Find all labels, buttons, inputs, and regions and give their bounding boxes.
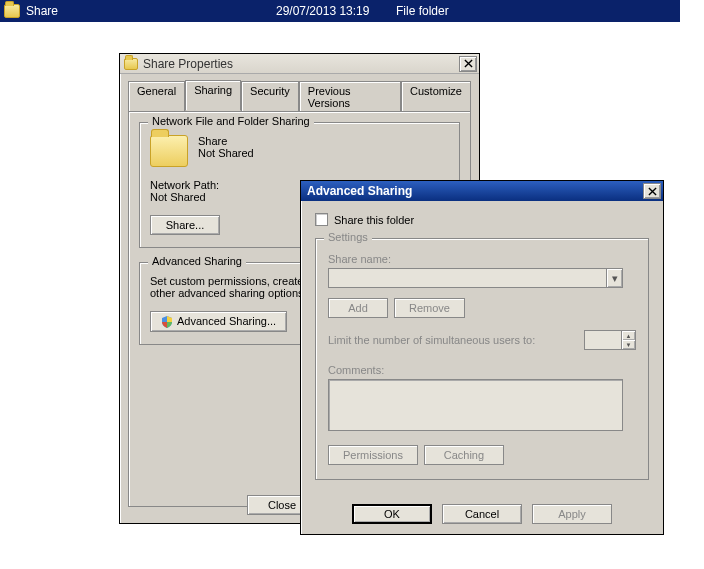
share-name-combo[interactable]: ▾ [328, 268, 623, 288]
share-this-folder-checkbox[interactable] [315, 213, 328, 226]
advanced-sharing-dialog: Advanced Sharing Share this folder Setti… [300, 180, 664, 535]
comments-textarea[interactable] [328, 379, 623, 431]
share-name-text: Share [198, 135, 254, 147]
chevron-down-icon[interactable]: ▾ [606, 269, 622, 287]
folder-icon [150, 135, 188, 167]
row-date: 29/07/2013 13:19 [276, 4, 396, 18]
tab-sharing[interactable]: Sharing [185, 80, 241, 111]
spin-up-icon[interactable]: ▲ [621, 331, 635, 340]
permissions-button[interactable]: Permissions [328, 445, 418, 465]
limit-spinner[interactable]: ▲ ▼ [584, 330, 636, 350]
folder-icon [4, 4, 20, 18]
titlebar[interactable]: Share Properties [120, 54, 479, 74]
tab-general[interactable]: General [128, 81, 185, 112]
tab-customize[interactable]: Customize [401, 81, 471, 112]
close-icon[interactable] [459, 56, 477, 72]
shield-icon [161, 316, 173, 328]
share-status-text: Not Shared [198, 147, 254, 159]
caching-button[interactable]: Caching [424, 445, 504, 465]
tabs: General Sharing Security Previous Versio… [120, 74, 479, 111]
advanced-sharing-button[interactable]: Advanced Sharing... [150, 311, 287, 332]
share-this-folder-row[interactable]: Share this folder [315, 213, 649, 226]
tab-security[interactable]: Security [241, 81, 299, 112]
folder-icon [124, 58, 138, 70]
dialog-buttons: OK Cancel Apply [301, 494, 663, 536]
share-name-label: Share name: [328, 253, 636, 265]
explorer-row[interactable]: Share 29/07/2013 13:19 File folder [0, 0, 680, 22]
ok-button[interactable]: OK [352, 504, 432, 524]
row-type: File folder [396, 4, 449, 18]
apply-button[interactable]: Apply [532, 504, 612, 524]
window-title: Advanced Sharing [307, 184, 643, 198]
spin-down-icon[interactable]: ▼ [621, 340, 635, 349]
group-title: Advanced Sharing [148, 255, 246, 267]
group-title: Network File and Folder Sharing [148, 115, 314, 127]
share-this-folder-label: Share this folder [334, 214, 414, 226]
limit-label: Limit the number of simultaneous users t… [328, 334, 535, 346]
advanced-sharing-button-label: Advanced Sharing... [177, 315, 276, 327]
window-title: Share Properties [143, 57, 459, 71]
limit-input[interactable] [585, 331, 621, 349]
tab-previous-versions[interactable]: Previous Versions [299, 81, 401, 112]
comments-label: Comments: [328, 364, 636, 376]
remove-button[interactable]: Remove [394, 298, 465, 318]
titlebar[interactable]: Advanced Sharing [301, 181, 663, 201]
close-icon[interactable] [643, 183, 661, 199]
add-button[interactable]: Add [328, 298, 388, 318]
share-button[interactable]: Share... [150, 215, 220, 235]
row-name: Share [26, 4, 276, 18]
cancel-button[interactable]: Cancel [442, 504, 522, 524]
share-name-input[interactable] [329, 269, 606, 287]
group-settings: Settings Share name: ▾ Add Remove Limit … [315, 238, 649, 480]
group-title: Settings [324, 231, 372, 243]
